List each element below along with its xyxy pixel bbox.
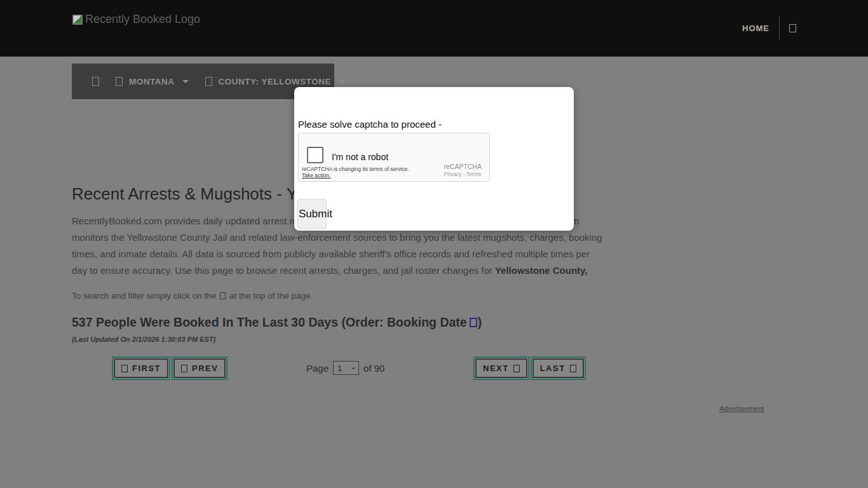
recaptcha-privacy-terms-links[interactable]: Privacy - Terms xyxy=(444,171,481,177)
prev-icon xyxy=(181,365,187,372)
first-page-button[interactable]: FIRST xyxy=(114,358,168,378)
booked-count-heading: 537 People Were Booked In The Last 30 Da… xyxy=(72,315,482,330)
logo-link[interactable]: Recently Booked Logo xyxy=(72,13,200,26)
home-link[interactable]: HOME xyxy=(742,24,770,33)
page: Recently Booked Logo HOME MONTANA COUNTY… xyxy=(0,0,868,488)
header-divider xyxy=(779,17,780,39)
last-updated-text: (Last Updated On 2/1/2026 1:30:03 PM EST… xyxy=(72,336,215,343)
captcha-prompt: Please solve captcha to proceed - xyxy=(298,119,442,130)
advertisement-link[interactable]: Advertisement xyxy=(719,405,764,412)
recaptcha-widget: I'm not a robot reCAPTCHA is changing it… xyxy=(298,133,490,182)
next-icon xyxy=(513,365,520,372)
search-icon[interactable] xyxy=(789,24,796,32)
search-note: To search and filter simply click on the… xyxy=(72,291,313,301)
recaptcha-take-action-link[interactable]: Take action. xyxy=(302,172,330,179)
page-count-label: of 90 xyxy=(363,363,384,374)
intro-bold-text: Yellowstone County, xyxy=(495,265,588,276)
page-label: Page xyxy=(306,363,329,374)
page-select[interactable]: 1 xyxy=(333,361,359,375)
recaptcha-label: I'm not a robot xyxy=(332,152,388,162)
pagination: FIRST PREV Page 1 ⌄ of 90 xyxy=(72,358,603,379)
submit-button[interactable]: Submit xyxy=(297,199,327,229)
recaptcha-notice: reCAPTCHA is changing its terms of servi… xyxy=(302,166,409,172)
search-glyph-icon xyxy=(220,292,226,299)
header: Recently Booked Logo HOME xyxy=(0,0,868,57)
captcha-modal: Please solve captcha to proceed - I'm no… xyxy=(294,87,574,231)
last-icon xyxy=(570,365,576,372)
recaptcha-checkbox[interactable] xyxy=(307,147,323,163)
broken-image-icon xyxy=(72,14,83,25)
first-icon xyxy=(121,365,128,372)
prev-page-button[interactable]: PREV xyxy=(173,358,226,378)
sort-toggle-icon[interactable] xyxy=(470,318,477,327)
recaptcha-brand: reCAPTCHA xyxy=(444,163,482,170)
next-page-button[interactable]: NEXT xyxy=(475,358,527,378)
logo-alt-text: Recently Booked Logo xyxy=(85,13,200,26)
last-page-button[interactable]: LAST xyxy=(532,358,584,378)
